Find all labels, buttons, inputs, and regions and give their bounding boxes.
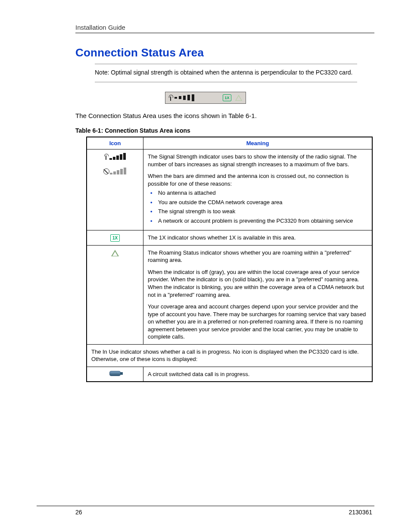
header-rule <box>75 33 374 33</box>
page-footer: 26 2130361 <box>37 501 374 516</box>
list-item: A network or account problem is preventi… <box>148 217 367 225</box>
signal-desc-2: When the bars are dimmed and the antenna… <box>148 172 367 187</box>
table-row: 1X The 1X indicator shows whether 1X is … <box>87 230 372 245</box>
table-row: The In Use indicator shows whether a cal… <box>87 344 372 367</box>
footer-rule <box>37 506 374 506</box>
signal-bar-icon <box>179 96 181 99</box>
table-caption: Table 6-1: Connection Status Area icons <box>75 127 374 134</box>
status-bar-sample: 1X <box>165 92 246 104</box>
roam-p3: Your coverage area and account charges d… <box>148 303 367 341</box>
icon-cell: 1X <box>87 230 143 245</box>
note-box: Note: Optimal signal strength is obtaine… <box>95 64 357 82</box>
icon-cell <box>87 245 143 344</box>
onex-icon: 1X <box>110 234 120 242</box>
table-row: The Signal Strength indicator uses bars … <box>87 149 372 230</box>
roam-p1: The Roaming Status indicator shows wheth… <box>148 249 367 264</box>
table-row: The Roaming Status indicator shows wheth… <box>87 245 372 344</box>
signal-bar-icon <box>174 97 177 99</box>
roaming-icon <box>111 250 119 256</box>
list-item: The signal strength is too weak <box>148 208 367 215</box>
onex-icon: 1X <box>223 94 231 101</box>
page: Installation Guide Connection Status Are… <box>0 0 411 532</box>
col-meaning: Meaning <box>143 137 373 149</box>
roaming-icon <box>235 95 242 101</box>
signal-bar-icon <box>183 96 186 100</box>
icon-cell <box>87 149 143 230</box>
status-area-graphic: 1X <box>37 92 374 104</box>
col-icon: Icon <box>87 137 143 149</box>
circuit-switched-icon <box>109 371 121 376</box>
meaning-cell: The Signal Strength indicator uses bars … <box>143 149 373 230</box>
signal-desc-1: The Signal Strength indicator uses bars … <box>148 153 367 168</box>
meaning-cell: The 1X indicator shows whether 1X is ava… <box>143 230 373 245</box>
antenna-icon <box>169 95 173 101</box>
signal-reasons-list: No antenna is attached You are outside t… <box>148 189 367 224</box>
note-text: Note: Optimal signal strength is obtaine… <box>95 69 352 76</box>
running-header: Installation Guide <box>75 24 374 31</box>
no-signal-icon <box>103 168 127 174</box>
page-number: 26 <box>75 509 82 516</box>
meaning-cell: The Roaming Status indicator shows wheth… <box>143 245 373 344</box>
section-title: Connection Status Area <box>75 46 374 59</box>
meaning-cell: A circuit switched data call is in progr… <box>143 367 373 382</box>
icons-table: Icon Meaning <box>86 137 373 382</box>
signal-bar-icon <box>187 95 190 100</box>
icon-cell <box>87 367 143 382</box>
inuse-intro-cell: The In Use indicator shows whether a cal… <box>87 344 372 367</box>
signal-strength-icon <box>104 153 126 160</box>
table-row: A circuit switched data call is in progr… <box>87 367 372 382</box>
table-header-row: Icon Meaning <box>87 137 372 149</box>
doc-number: 2130361 <box>349 509 372 516</box>
signal-bar-icon <box>192 94 194 101</box>
list-item: No antenna is attached <box>148 189 367 197</box>
intro-text: The Connection Status Area uses the icon… <box>75 112 374 120</box>
list-item: You are outside the CDMA network coverag… <box>148 199 367 206</box>
roam-p2: When the indicator is off (gray), you ar… <box>148 268 367 299</box>
